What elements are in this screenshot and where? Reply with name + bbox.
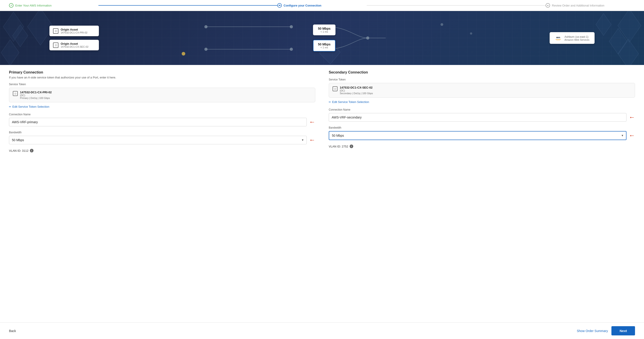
aws-logo: aws — [554, 35, 562, 41]
secondary-bandwidth-select[interactable]: 50 Mbps 100 Mbps 200 Mbps 500 Mbps 1 Gbp… — [329, 131, 626, 140]
primary-bandwidth-node: 50 Mbps < 1 ms — [313, 25, 336, 35]
secondary-latency: < 1 ms — [318, 46, 330, 49]
connection-diagram: ◫ Origin Asset 147532-DC1-CX-PRI-02 ◫ Or… — [0, 11, 644, 65]
primary-edit-link-text: Edit Service Token Selection — [12, 105, 50, 108]
secondary-service-token-label: Service Token — [329, 78, 635, 81]
secondary-connection-section: Secondary Connection Service Token ◫ 147… — [329, 70, 635, 152]
secondary-vlan-label: VLAN ID: 2752 i — [329, 145, 635, 148]
aws-node-text: Ashburn (us-east-1) Amazon Web Services — [564, 35, 590, 41]
primary-connection-name-arrow: ← — [309, 119, 315, 126]
secondary-asset-icon: ◫ — [53, 43, 58, 48]
primary-bandwidth-group: Bandwidth 50 Mbps 100 Mbps 200 Mbps 500 … — [9, 131, 315, 144]
primary-asset-name: Origin Asset — [61, 28, 88, 31]
primary-bandwidth-select-wrapper: 50 Mbps 100 Mbps 200 Mbps 500 Mbps 1 Gbp… — [9, 136, 307, 144]
primary-latency: < 1 ms — [318, 30, 331, 33]
secondary-connection-name-input[interactable] — [329, 113, 626, 122]
primary-token-icon: ◫ — [13, 91, 18, 96]
secondary-asset-name: Origin Asset — [61, 42, 88, 46]
aws-provider: Amazon Web Services — [564, 39, 590, 41]
step-icon-aws-info: ✓ — [9, 3, 14, 8]
secondary-bandwidth-arrow: ← — [629, 132, 635, 139]
primary-connection-name-label: Connection Name — [9, 113, 315, 116]
primary-vlan-info-icon[interactable]: i — [30, 149, 34, 152]
primary-edit-icon: ✏ — [9, 105, 11, 108]
step-label-review: Review Order and Additional Information — [552, 4, 604, 7]
aws-logo-smile — [556, 39, 561, 40]
secondary-token-id: 147532-DC1-CX-SEC-02 — [340, 86, 373, 89]
step-review: ● Review Order and Additional Informatio… — [546, 3, 635, 8]
primary-connection-name-row: ← — [9, 118, 315, 126]
primary-asset-icon: ◫ — [53, 28, 58, 34]
aws-logo-text: aws — [556, 36, 560, 39]
secondary-connection-name-group: Connection Name ← — [329, 108, 635, 122]
secondary-bandwidth-node: 50 Mbps < 1 ms — [313, 40, 336, 52]
secondary-bandwidth-select-wrapper: 50 Mbps 100 Mbps 200 Mbps 500 Mbps 1 Gbp… — [329, 131, 626, 140]
secondary-token-card: ◫ 147532-DC1-CX-SEC-02 (DC) Secondary | … — [329, 83, 635, 98]
bandwidth-nodes-group: 50 Mbps < 1 ms 50 Mbps < 1 ms — [117, 25, 532, 52]
connector-1 — [98, 5, 277, 6]
primary-token-id: 147532-DC1-CX-PRI-02 — [20, 91, 52, 94]
primary-token-type: (DC) — [20, 94, 52, 97]
primary-connection-name-group: Connection Name ← — [9, 113, 315, 126]
primary-vlan-label: VLAN ID: 3112 i — [9, 149, 315, 152]
primary-vlan-text: VLAN ID: 3112 — [9, 149, 28, 152]
primary-connection-section: Primary Connection If you have an A-side… — [9, 70, 315, 152]
primary-bandwidth-label: Bandwidth — [9, 131, 315, 134]
primary-connection-name-input[interactable] — [9, 118, 307, 126]
secondary-bandwidth-group: Bandwidth 50 Mbps 100 Mbps 200 Mbps 500 … — [329, 126, 635, 140]
primary-token-card: ◫ 147532-DC1-CX-PRI-02 (DC) Primary | Do… — [9, 88, 315, 102]
primary-bandwidth-select[interactable]: 50 Mbps 100 Mbps 200 Mbps 500 Mbps 1 Gbp… — [9, 136, 307, 144]
aws-city: Ashburn (us-east-1) — [564, 35, 590, 39]
primary-speed: 50 Mbps — [318, 27, 331, 30]
secondary-connection-name-row: ← — [329, 113, 635, 122]
aws-node: aws Ashburn (us-east-1) Amazon Web Servi… — [550, 32, 594, 44]
primary-token-info: 147532-DC1-CX-PRI-02 (DC) Primary | Dot1… — [20, 91, 52, 99]
secondary-token-type: (DC) — [340, 89, 373, 92]
secondary-token-info: 147532-DC1-CX-SEC-02 (DC) Secondary | Do… — [340, 86, 373, 95]
two-column-layout: Primary Connection If you have an A-side… — [9, 70, 635, 152]
step-label-configure: Configure your Connection — [284, 4, 321, 7]
primary-asset-id: 147532-DC1-CX-PRI-02 — [61, 31, 88, 34]
secondary-connection-name-label: Connection Name — [329, 108, 635, 111]
primary-bandwidth-arrow: ← — [309, 136, 315, 144]
secondary-asset-card: ◫ Origin Asset 147532-DC1-CX-SEC-02 — [50, 40, 99, 50]
secondary-bandwidth-row: 50 Mbps 100 Mbps 200 Mbps 500 Mbps 1 Gbp… — [329, 131, 635, 140]
connector-2 — [367, 5, 546, 6]
primary-bandwidth-row: 50 Mbps 100 Mbps 200 Mbps 500 Mbps 1 Gbp… — [9, 136, 315, 144]
diagram-overlay: ◫ Origin Asset 147532-DC1-CX-PRI-02 ◫ Or… — [0, 11, 644, 65]
secondary-edit-link-text: Edit Service Token Selection — [332, 100, 369, 104]
secondary-connection-name-arrow: ← — [629, 114, 635, 121]
asset-cards-group: ◫ Origin Asset 147532-DC1-CX-PRI-02 ◫ Or… — [50, 26, 99, 50]
primary-token-details: Primary | Dot1q | 100 Gbps — [20, 97, 52, 99]
aws-node-wrapper: aws Ashburn (us-east-1) Amazon Web Servi… — [550, 32, 594, 44]
primary-section-title: Primary Connection — [9, 70, 315, 74]
stepper: ✓ Enter Your AWS Information ✏ Configure… — [0, 0, 644, 11]
primary-service-token-label: Service Token — [9, 83, 315, 86]
secondary-edit-icon: ✏ — [329, 101, 331, 104]
secondary-bandwidth-label: Bandwidth — [329, 126, 635, 129]
primary-asset-card: ◫ Origin Asset 147532-DC1-CX-PRI-02 — [50, 26, 99, 36]
step-icon-review: ● — [546, 3, 550, 8]
primary-edit-token-link[interactable]: ✏ Edit Service Token Selection — [9, 105, 315, 108]
secondary-edit-token-link[interactable]: ✏ Edit Service Token Selection — [329, 100, 635, 104]
secondary-asset-text: Origin Asset 147532-DC1-CX-SEC-02 — [61, 42, 88, 48]
step-aws-info: ✓ Enter Your AWS Information — [9, 3, 98, 8]
secondary-token-icon: ◫ — [332, 86, 338, 91]
primary-asset-text: Origin Asset 147532-DC1-CX-PRI-02 — [61, 28, 88, 34]
primary-section-subtitle: If you have an A-side service token that… — [9, 76, 315, 79]
secondary-asset-id: 147532-DC1-CX-SEC-02 — [61, 46, 88, 48]
main-content: Primary Connection If you have an A-side… — [0, 65, 644, 158]
aws-region: (us-east-1) — [576, 35, 588, 39]
secondary-vlan-info-icon[interactable]: i — [350, 145, 353, 148]
secondary-speed: 50 Mbps — [318, 43, 330, 46]
secondary-token-details: Secondary | Dot1q | 100 Gbps — [340, 92, 373, 95]
secondary-section-title: Secondary Connection — [329, 70, 635, 74]
step-icon-configure: ✏ — [277, 3, 282, 8]
step-configure: ✏ Configure your Connection — [277, 3, 367, 8]
step-label-aws-info: Enter Your AWS Information — [15, 4, 52, 7]
secondary-vlan-text: VLAN ID: 2752 — [329, 145, 348, 148]
